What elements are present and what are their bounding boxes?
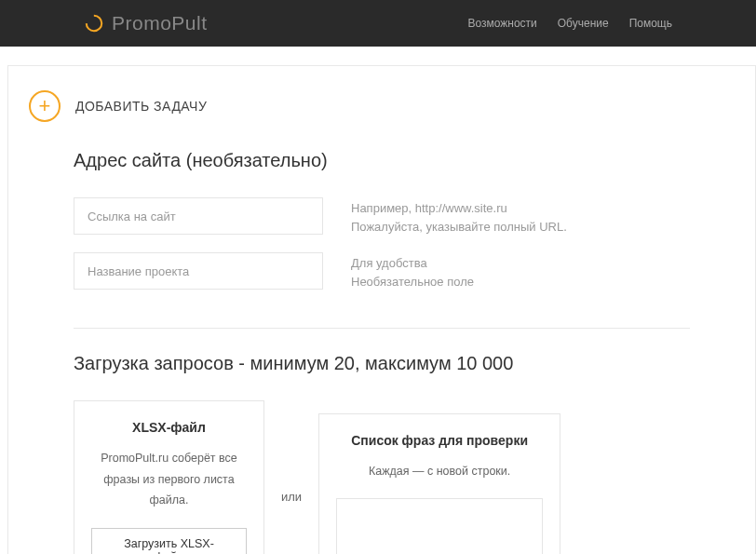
nav-help[interactable]: Помощь bbox=[629, 17, 672, 30]
add-task-button[interactable]: + bbox=[29, 90, 61, 122]
top-header: PromoPult Возможности Обучение Помощь bbox=[0, 0, 756, 47]
upload-section: Загрузка запросов - минимум 20, максимум… bbox=[8, 353, 755, 374]
site-address-section: Адрес сайта (необязательно) Например, ht… bbox=[8, 150, 755, 291]
logo[interactable]: PromoPult bbox=[84, 12, 208, 34]
xlsx-card-desc: PromoPult.ru соберёт все фразы из первог… bbox=[91, 448, 247, 511]
site-address-title: Адрес сайта (необязательно) bbox=[74, 150, 690, 171]
phrases-textarea[interactable] bbox=[336, 498, 543, 554]
phrases-card-title: Список фраз для проверки bbox=[336, 433, 543, 448]
upload-cards: XLSX-файл PromoPult.ru соберёт все фразы… bbox=[8, 400, 755, 554]
site-url-hint-line1: Например, http://www.site.ru bbox=[351, 199, 567, 218]
or-label: или bbox=[281, 490, 302, 504]
add-task-label: ДОБАВИТЬ ЗАДАЧУ bbox=[75, 99, 207, 114]
project-name-hint-line1: Для удобства bbox=[351, 254, 474, 273]
svg-point-0 bbox=[87, 16, 102, 32]
add-task-row: + ДОБАВИТЬ ЗАДАЧУ bbox=[8, 90, 755, 122]
site-url-input[interactable] bbox=[74, 197, 323, 235]
section-divider bbox=[74, 328, 690, 329]
site-url-hint: Например, http://www.site.ru Пожалуйста,… bbox=[351, 197, 567, 236]
logo-icon bbox=[84, 13, 104, 34]
nav-features[interactable]: Возможности bbox=[467, 17, 536, 30]
main-panel: + ДОБАВИТЬ ЗАДАЧУ Адрес сайта (необязате… bbox=[7, 65, 756, 554]
nav-training[interactable]: Обучение bbox=[558, 17, 609, 30]
project-name-hint: Для удобства Необязательное поле bbox=[351, 252, 474, 291]
upload-xlsx-button[interactable]: Загрузить XLSX-файл bbox=[91, 528, 247, 555]
phrases-card-desc: Каждая — с новой строки. bbox=[336, 461, 543, 482]
name-row: Для удобства Необязательное поле bbox=[74, 252, 690, 291]
xlsx-card: XLSX-файл PromoPult.ru соберёт все фразы… bbox=[74, 400, 264, 554]
url-row: Например, http://www.site.ru Пожалуйста,… bbox=[74, 197, 690, 236]
project-name-hint-line2: Необязательное поле bbox=[351, 273, 474, 291]
site-url-hint-line2: Пожалуйста, указывайте полный URL. bbox=[351, 218, 567, 236]
xlsx-card-title: XLSX-файл bbox=[91, 420, 247, 435]
plus-icon: + bbox=[39, 96, 51, 116]
project-name-input[interactable] bbox=[74, 252, 323, 290]
logo-text: PromoPult bbox=[112, 12, 208, 34]
phrases-card: Список фраз для проверки Каждая — с ново… bbox=[318, 413, 560, 555]
upload-title: Загрузка запросов - минимум 20, максимум… bbox=[74, 353, 690, 374]
main-nav: Возможности Обучение Помощь bbox=[467, 17, 672, 30]
